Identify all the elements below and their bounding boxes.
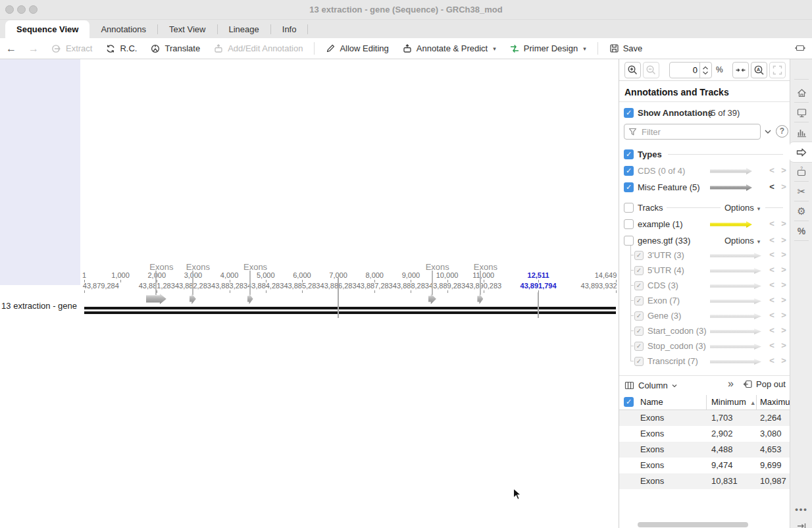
next-annotation-icon[interactable]: >: [780, 165, 788, 175]
subtype-checkbox[interactable]: ✓: [634, 327, 644, 336]
cds-checkbox[interactable]: ✓: [624, 166, 634, 176]
genes-gtf-options-button[interactable]: Options▾: [724, 236, 760, 246]
previous-annotation-icon[interactable]: <: [768, 310, 776, 320]
next-annotation-icon[interactable]: >: [780, 250, 788, 259]
column-header-minimum[interactable]: Minimum▲: [711, 397, 756, 407]
zoom-out-button[interactable]: [643, 62, 659, 78]
previous-annotation-icon[interactable]: <: [768, 165, 776, 175]
table-row[interactable]: Exons2,9023,080: [619, 426, 790, 442]
expand-columns-icon[interactable]: »: [728, 378, 734, 390]
percent-icon[interactable]: %: [790, 221, 812, 241]
zoom-to-annotation-button[interactable]: A: [751, 62, 767, 78]
select-all-checkbox[interactable]: ✓: [624, 397, 634, 407]
subtype-checkbox[interactable]: ✓: [634, 357, 644, 366]
previous-annotation-icon[interactable]: <: [768, 325, 776, 335]
zoom-stepper[interactable]: [699, 63, 711, 78]
pop-out-button[interactable]: Pop out: [743, 379, 786, 389]
monitor-icon[interactable]: [790, 103, 812, 122]
table-row[interactable]: Exons9,4749,699: [619, 458, 790, 473]
tab-lineage[interactable]: Lineage: [218, 20, 270, 38]
primer-design-button[interactable]: Primer Design ▾: [509, 43, 586, 54]
annotations-tracks-tab-icon[interactable]: [790, 142, 812, 163]
subtype-checkbox[interactable]: ✓: [634, 342, 644, 351]
table-row[interactable]: Exons1,7032,264: [619, 410, 790, 426]
home-icon[interactable]: [790, 83, 812, 103]
reverse-complement-button[interactable]: R.C.: [105, 43, 137, 54]
exon-annotation-glyph[interactable]: [428, 294, 436, 304]
gear-icon[interactable]: ⚙: [790, 201, 812, 221]
previous-annotation-icon[interactable]: <: [768, 280, 776, 290]
zoom-percent-input[interactable]: 0: [669, 62, 712, 78]
column-header-name[interactable]: Name: [640, 397, 663, 407]
misc-feature-checkbox[interactable]: ✓: [624, 182, 634, 192]
zoom-in-button[interactable]: [624, 62, 641, 78]
next-annotation-icon[interactable]: >: [780, 235, 788, 245]
collapse-panel-icon[interactable]: [790, 516, 812, 528]
extract-button[interactable]: Extract: [51, 43, 92, 54]
next-annotation-icon[interactable]: >: [780, 340, 788, 350]
tracks-options-button[interactable]: Options▾: [724, 203, 760, 213]
table-row[interactable]: Exons10,83110,987: [619, 473, 790, 489]
types-checkbox[interactable]: ✓: [624, 149, 634, 159]
exon-annotation-glyph[interactable]: [477, 294, 483, 304]
next-annotation-icon[interactable]: >: [780, 219, 788, 228]
filter-input[interactable]: [640, 126, 748, 138]
annotate-icon[interactable]: ?: [790, 162, 812, 182]
tab-annotations[interactable]: Annotations: [89, 20, 157, 38]
previous-annotation-icon[interactable]: <: [768, 182, 776, 192]
previous-annotation-icon[interactable]: <: [768, 265, 776, 275]
subtype-checkbox[interactable]: ✓: [634, 251, 644, 260]
previous-annotation-icon[interactable]: <: [768, 235, 776, 245]
example-checkbox[interactable]: [624, 219, 634, 229]
exon-annotation-glyph[interactable]: [190, 294, 196, 304]
subtype-checkbox[interactable]: ✓: [634, 281, 644, 290]
exon-annotation-glyph[interactable]: [146, 294, 166, 304]
tracks-checkbox[interactable]: [624, 203, 634, 213]
next-annotation-icon[interactable]: >: [780, 265, 788, 275]
subtype-checkbox[interactable]: ✓: [634, 311, 644, 321]
zoom-to-fit-button[interactable]: [732, 62, 749, 78]
previous-annotation-icon[interactable]: <: [768, 295, 776, 305]
column-divider[interactable]: [756, 395, 757, 410]
next-annotation-icon[interactable]: >: [780, 325, 788, 335]
annotate-predict-button[interactable]: Annotate & Predict ▾: [402, 43, 496, 54]
tab-info[interactable]: Info: [271, 20, 308, 38]
filter-dropdown-chevron-icon[interactable]: [764, 128, 772, 136]
show-annotations-checkbox[interactable]: ✓: [624, 108, 634, 118]
zoom-percent-value[interactable]: 0: [670, 63, 699, 78]
scissors-icon[interactable]: ✂: [790, 182, 812, 201]
next-annotation-icon[interactable]: >: [780, 182, 788, 192]
translate-button[interactable]: Translate: [150, 43, 200, 54]
horizontal-scrollbar[interactable]: [638, 522, 748, 527]
back-arrow-icon[interactable]: ←: [6, 43, 16, 55]
exon-annotation-glyph[interactable]: [247, 294, 253, 304]
panel-layout-icon[interactable]: [794, 43, 806, 53]
next-annotation-icon[interactable]: >: [780, 310, 788, 320]
add-edit-annotation-button[interactable]: Add/Edit Annotation: [213, 43, 303, 54]
column-divider[interactable]: [706, 395, 707, 410]
save-button[interactable]: Save: [609, 43, 643, 53]
previous-annotation-icon[interactable]: <: [768, 250, 776, 259]
next-annotation-icon[interactable]: >: [780, 280, 788, 290]
previous-annotation-icon[interactable]: <: [768, 219, 776, 228]
bar-chart-icon[interactable]: [790, 122, 812, 142]
previous-annotation-icon[interactable]: <: [768, 340, 776, 350]
previous-annotation-icon[interactable]: <: [768, 356, 776, 365]
column-header-maximum[interactable]: Maximum: [760, 397, 790, 407]
allow-editing-button[interactable]: Allow Editing: [326, 43, 388, 53]
table-row[interactable]: Exons4,4884,653: [619, 442, 790, 458]
sequence-view-canvas[interactable]: 13 extraction - gene 11,0002,0003,0004,0…: [0, 59, 619, 528]
fullscreen-button[interactable]: [769, 62, 786, 78]
help-icon[interactable]: ?: [776, 125, 788, 138]
next-annotation-icon[interactable]: >: [780, 295, 788, 305]
column-button[interactable]: Column: [638, 381, 668, 390]
filter-field[interactable]: [624, 124, 761, 140]
next-annotation-icon[interactable]: >: [780, 356, 788, 365]
table-header-row[interactable]: ✓ Name Minimum▲ Maximum: [619, 395, 790, 410]
subtype-checkbox[interactable]: ✓: [634, 266, 644, 275]
tab-text-view[interactable]: Text View: [158, 20, 216, 38]
subtype-checkbox[interactable]: ✓: [634, 296, 644, 305]
forward-arrow-icon[interactable]: →: [28, 43, 39, 55]
tab-sequence-view[interactable]: Sequence View: [5, 20, 89, 38]
genes-gtf-checkbox[interactable]: [624, 236, 634, 246]
